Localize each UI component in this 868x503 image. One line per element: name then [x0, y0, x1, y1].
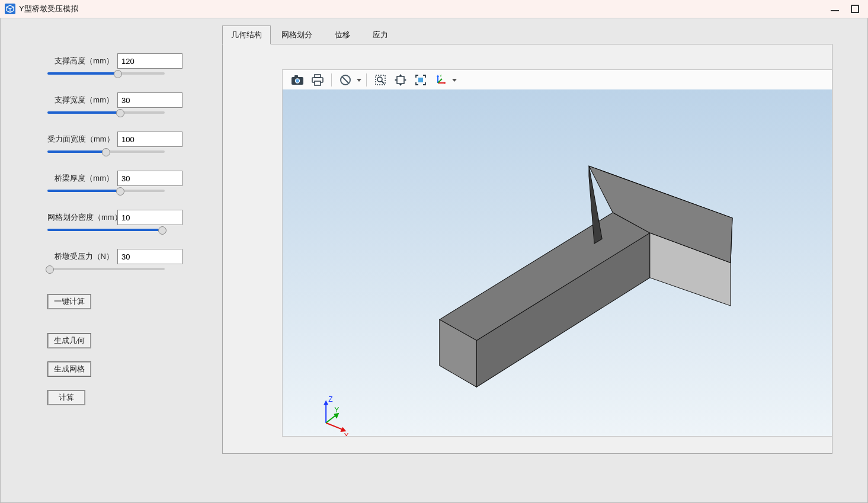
- zoom-box-icon[interactable]: [370, 72, 390, 88]
- svg-line-16: [438, 79, 442, 83]
- forbid-icon[interactable]: [335, 72, 355, 88]
- param-input[interactable]: [117, 210, 182, 225]
- param-row: 桥墩受压力（N）: [47, 249, 198, 270]
- toolbar-separator: [331, 73, 332, 86]
- viewer-frame: Y: [222, 44, 832, 454]
- param-label: 支撑宽度（mm）: [47, 95, 117, 105]
- viewer-toolbar: Y: [282, 69, 832, 91]
- tab-0[interactable]: 几何结构: [222, 25, 271, 44]
- toolbar-separator: [366, 73, 367, 86]
- param-slider[interactable]: [47, 190, 165, 192]
- generate-geometry-button[interactable]: 生成几何: [47, 333, 91, 348]
- parameter-panel: 支撑高度（mm）支撑宽度（mm）受力面宽度（mm）桥梁厚度（mm）网格划分密度（…: [0, 18, 222, 503]
- param-row: 支撑高度（mm）: [47, 53, 198, 75]
- param-row: 受力面宽度（mm）: [47, 132, 198, 153]
- tab-3[interactable]: 应力: [362, 26, 399, 44]
- svg-rect-6: [315, 81, 321, 85]
- print-icon[interactable]: [308, 72, 328, 88]
- svg-point-3: [296, 79, 299, 83]
- svg-rect-12: [397, 76, 404, 84]
- param-row: 桥梁厚度（mm）: [47, 171, 198, 192]
- param-slider[interactable]: [47, 268, 165, 270]
- one-click-compute-button[interactable]: 一键计算: [47, 294, 91, 309]
- svg-rect-1: [294, 75, 298, 78]
- param-label: 受力面宽度（mm）: [47, 134, 117, 145]
- forbid-dropdown[interactable]: [355, 79, 363, 82]
- param-label: 桥墩受压力（N）: [47, 251, 117, 262]
- main-panel: 几何结构网格划分位移应力: [222, 18, 868, 503]
- param-input[interactable]: [117, 92, 182, 108]
- param-label: 网格划分密度（mm）: [47, 212, 117, 223]
- svg-line-11: [382, 81, 384, 84]
- param-label: 支撑高度（mm）: [47, 56, 117, 66]
- tab-2[interactable]: 位移: [324, 26, 361, 44]
- viewport-3d[interactable]: Z X Y: [282, 89, 832, 437]
- svg-text:Y: Y: [440, 74, 442, 78]
- axes-dropdown[interactable]: [451, 79, 458, 82]
- tab-1[interactable]: 网格划分: [271, 26, 323, 44]
- fit-icon[interactable]: [411, 72, 431, 88]
- compute-button[interactable]: 计算: [47, 390, 85, 405]
- title-bar: Y型桥墩受压模拟: [0, 0, 868, 18]
- svg-point-10: [377, 77, 382, 82]
- triad-x-label: X: [344, 432, 348, 436]
- param-slider[interactable]: [47, 111, 165, 114]
- triad-z-label: Z: [328, 395, 333, 403]
- param-input[interactable]: [117, 249, 182, 264]
- triad-y-label: Y: [334, 406, 339, 414]
- param-slider[interactable]: [47, 229, 165, 231]
- param-row: 支撑宽度（mm）: [47, 92, 198, 114]
- param-label: 桥梁厚度（mm）: [47, 173, 117, 184]
- app-icon: [5, 4, 15, 14]
- camera-icon[interactable]: [287, 72, 308, 88]
- pan-icon[interactable]: [390, 72, 411, 88]
- axes-icon[interactable]: Y: [431, 72, 451, 88]
- svg-rect-13: [418, 78, 423, 82]
- param-input[interactable]: [117, 132, 182, 147]
- svg-line-29: [326, 423, 344, 430]
- window-title: Y型桥墩受压模拟: [19, 4, 78, 14]
- app-window: Y型桥墩受压模拟 支撑高度（mm）支撑宽度（mm）受力面宽度（mm）桥梁厚度（m…: [0, 0, 868, 503]
- param-slider[interactable]: [47, 150, 165, 153]
- maximize-button[interactable]: [850, 4, 860, 14]
- minimize-button[interactable]: [830, 4, 840, 14]
- param-row: 网格划分密度（mm）: [47, 210, 198, 231]
- svg-rect-5: [315, 75, 321, 78]
- param-input[interactable]: [117, 53, 182, 69]
- param-input[interactable]: [117, 171, 182, 186]
- svg-line-8: [342, 77, 349, 84]
- param-slider[interactable]: [47, 72, 165, 75]
- tab-bar: 几何结构网格划分位移应力: [222, 25, 832, 44]
- generate-mesh-button[interactable]: 生成网格: [47, 361, 91, 377]
